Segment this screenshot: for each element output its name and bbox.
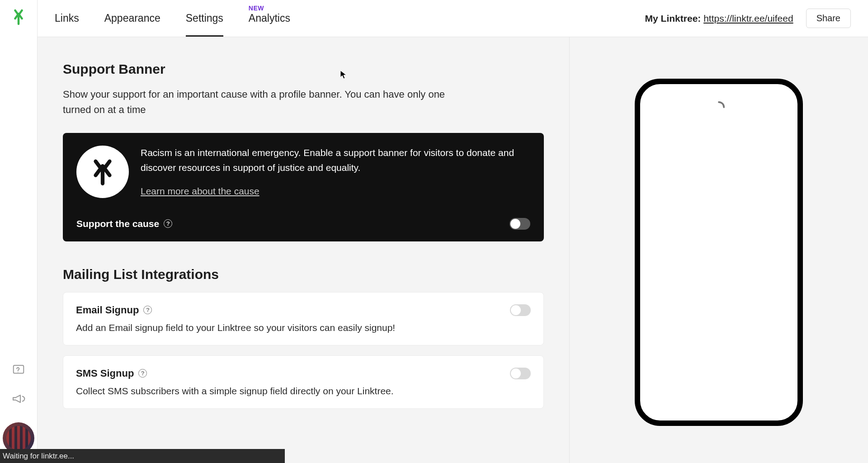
support-toggle-label: Support the cause: [76, 218, 159, 229]
tab-label: Settings: [186, 12, 223, 24]
sms-signup-toggle[interactable]: [510, 368, 531, 379]
tab-settings[interactable]: Settings: [186, 0, 223, 37]
help-tooltip-icon[interactable]: ?: [164, 219, 172, 228]
cause-text-body: Racism is an international emergency. En…: [141, 147, 514, 173]
nav-tabs: Links Appearance Settings NEW Analytics: [55, 0, 290, 37]
help-tooltip-icon[interactable]: ?: [138, 369, 147, 378]
cause-logo-icon: [76, 146, 129, 198]
megaphone-icon[interactable]: [10, 391, 27, 407]
tab-links[interactable]: Links: [55, 0, 79, 37]
left-rail: [0, 0, 38, 463]
email-signup-toggle[interactable]: [510, 304, 531, 316]
support-banner-section: Support Banner Show your support for an …: [63, 61, 544, 241]
card-title: Email Signup: [76, 304, 139, 316]
help-icon[interactable]: [10, 362, 27, 378]
tab-badge-new: NEW: [249, 5, 264, 12]
mylinktree-label: My Linktree:: [645, 13, 701, 24]
mailing-list-section: Mailing List Integrations Email Signup ?…: [63, 267, 544, 409]
tab-label: Links: [55, 12, 79, 24]
topbar: Links Appearance Settings NEW Analytics …: [38, 0, 868, 37]
linktree-logo-icon[interactable]: [10, 9, 27, 25]
mylinktree-url[interactable]: https://linktr.ee/uifeed: [703, 13, 793, 24]
tab-analytics[interactable]: NEW Analytics: [249, 0, 290, 37]
status-bar: Waiting for linktr.ee...: [0, 449, 285, 463]
share-button[interactable]: Share: [806, 9, 851, 28]
support-cause-toggle[interactable]: [509, 218, 530, 230]
preview-panel: [570, 37, 868, 463]
help-tooltip-icon[interactable]: ?: [143, 306, 152, 314]
card-title: SMS Signup: [76, 368, 134, 379]
learn-more-link[interactable]: Learn more about the cause: [141, 184, 259, 199]
sms-signup-card: SMS Signup ? Collect SMS subscribers wit…: [63, 355, 544, 409]
cause-text: Racism is an international emergency. En…: [141, 146, 530, 199]
section-title: Mailing List Integrations: [63, 267, 544, 282]
svg-point-1: [18, 372, 19, 373]
section-description: Show your support for an important cause…: [63, 87, 470, 118]
loading-spinner-icon: [712, 100, 726, 114]
phone-preview: [635, 79, 803, 426]
card-description: Add an Email signup field to your Linktr…: [76, 322, 531, 333]
section-title: Support Banner: [63, 61, 544, 77]
tab-label: Appearance: [104, 12, 160, 24]
tab-appearance[interactable]: Appearance: [104, 0, 160, 37]
tab-label: Analytics: [249, 12, 290, 24]
settings-panel: Support Banner Show your support for an …: [38, 37, 570, 463]
support-cause-card: Racism is an international emergency. En…: [63, 133, 544, 241]
email-signup-card: Email Signup ? Add an Email signup field…: [63, 292, 544, 345]
card-description: Collect SMS subscribers with a simple si…: [76, 386, 531, 397]
